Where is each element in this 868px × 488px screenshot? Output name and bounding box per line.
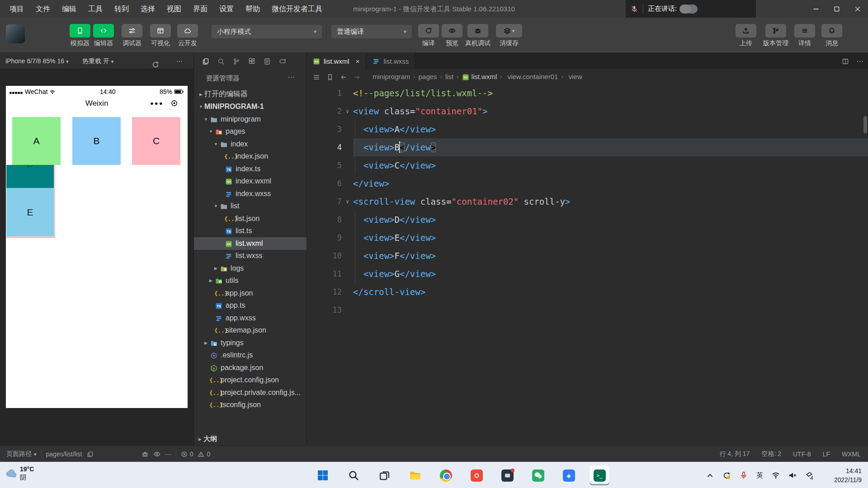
fold-icon[interactable]: ∨ xyxy=(342,192,353,211)
code-line-6[interactable]: 6</view> xyxy=(307,174,868,192)
language-mode[interactable]: WXML xyxy=(842,450,861,458)
maximize-button[interactable] xyxy=(826,0,847,18)
code-line-5[interactable]: 5 <view>C</view> xyxy=(307,156,868,174)
code-line-10[interactable]: 10 <view>F</view> xyxy=(307,247,868,265)
close-button[interactable] xyxy=(847,0,868,18)
taskbar-app-devtools[interactable]: >_ xyxy=(590,465,609,485)
tree-item-.eslintrc.js[interactable]: .eslintrc.js xyxy=(194,349,307,362)
code-line-12[interactable]: 12</scroll-view> xyxy=(307,283,868,301)
extensions-icon[interactable] xyxy=(248,57,255,65)
breadcrumb-list.wxml[interactable]: <>list.wxml xyxy=(462,72,497,80)
code-line-8[interactable]: 8 <view>D</view> xyxy=(307,211,868,229)
fold-icon[interactable]: ∨ xyxy=(342,102,353,120)
code-line-7[interactable]: 7∨<scroll-view class="container02" scrol… xyxy=(307,192,868,211)
menu-项目[interactable]: 项目 xyxy=(4,0,30,18)
forward-arrow-icon[interactable] xyxy=(354,72,361,80)
menu-选择[interactable]: 选择 xyxy=(135,0,161,18)
menu-工具[interactable]: 工具 xyxy=(82,0,108,18)
more-icon[interactable]: ●●● xyxy=(148,97,165,110)
code-line-4[interactable]: 4 <view>B</view> xyxy=(307,138,868,156)
tray-chevron-up-icon[interactable] xyxy=(706,471,714,479)
tree-item-list[interactable]: ▼list xyxy=(194,200,307,213)
code-line-13[interactable]: 13 xyxy=(307,301,868,319)
mode-select[interactable]: 小程序模式 ▾ xyxy=(212,25,322,38)
weather-widget[interactable]: 19°C 阴 xyxy=(5,465,34,481)
tray-wifi-icon[interactable] xyxy=(772,471,780,480)
toolbar-消息[interactable]: 消息 xyxy=(814,24,850,47)
tree-item-list.json[interactable]: {..}list.json xyxy=(194,212,307,225)
error-count[interactable]: 0 xyxy=(181,450,193,458)
tree-item-list.wxml[interactable]: <>list.wxml xyxy=(194,237,307,250)
user-avatar[interactable] xyxy=(6,24,25,43)
tree-item-MINIPROGRAM-1[interactable]: ▼MINIPROGRAM-1 xyxy=(194,101,307,113)
tree-item-pages[interactable]: ▼pages xyxy=(194,126,307,138)
tab-list.wxss[interactable]: list.wxss xyxy=(366,53,415,69)
code-line-9[interactable]: 9 <view>E</view> xyxy=(307,229,868,247)
tree-item-list.wxss[interactable]: list.wxss xyxy=(194,250,307,263)
tray-mic-icon[interactable] xyxy=(740,471,748,480)
menu-文件[interactable]: 文件 xyxy=(30,0,56,18)
code-line-3[interactable]: 3 <view>A</view> xyxy=(307,120,868,138)
tree-item-index.wxml[interactable]: <>index.wxml xyxy=(194,175,307,188)
close-icon[interactable]: × xyxy=(356,57,360,65)
taskbar-app-explorer[interactable] xyxy=(405,465,425,485)
bug-icon[interactable] xyxy=(142,450,149,458)
copy-icon[interactable] xyxy=(87,451,94,458)
split-editor-icon[interactable] xyxy=(842,57,849,65)
outline-section[interactable]: ▶ 大纲 xyxy=(194,433,307,445)
tree-item-打开的编辑器[interactable]: ▶打开的编辑器 xyxy=(194,88,307,101)
tray-sync-icon[interactable] xyxy=(722,471,731,479)
toolbar-云开发[interactable]: 云开发 xyxy=(170,24,206,47)
bookmark-icon[interactable] xyxy=(326,72,334,80)
taskbar-app-wechat[interactable] xyxy=(528,465,548,485)
taskbar-app-start[interactable] xyxy=(313,465,333,485)
taskbar-app-chrome[interactable] xyxy=(436,465,456,485)
code-line-1[interactable]: 1<!--pages/list/list.wxml--> xyxy=(307,84,868,102)
tree-item-index[interactable]: ▼index xyxy=(194,138,307,150)
breadcrumb-view.container01[interactable]: view.container01 xyxy=(505,73,558,80)
more-icon[interactable]: ⋯ xyxy=(288,73,295,81)
breadcrumb-list[interactable]: list xyxy=(445,73,453,80)
menu-帮助[interactable]: 帮助 xyxy=(240,0,266,18)
code-editor[interactable]: 1<!--pages/list/list.wxml-->2∨<view clas… xyxy=(307,84,868,446)
tree-item-package.json[interactable]: jspackage.json xyxy=(194,361,307,374)
code-line-2[interactable]: 2∨<view class="container01"> xyxy=(307,102,868,120)
capsule-menu[interactable]: ●●● xyxy=(148,97,183,110)
taskbar-app-app-blue[interactable]: ◈ xyxy=(559,465,579,485)
breadcrumb-miniprogram[interactable]: miniprogram xyxy=(373,73,410,80)
doc-icon[interactable] xyxy=(264,57,271,65)
files-icon[interactable] xyxy=(202,57,209,65)
breadcrumb-pages[interactable]: pages xyxy=(419,73,437,80)
hot-reload-toggle[interactable]: 热重载 开 ▾ xyxy=(82,53,113,70)
toolbar-清缓存[interactable]: ▾清缓存 xyxy=(491,24,527,47)
tree-item-app.ts[interactable]: TSapp.ts xyxy=(194,300,307,312)
compile-mode-select[interactable]: 普通编译 ▾ xyxy=(331,25,412,38)
menu-界面[interactable]: 界面 xyxy=(187,0,213,18)
tree-item-project.config.json[interactable]: {..}project.config.json xyxy=(194,374,307,387)
tree-item-project.private.config.js...[interactable]: {..}project.private.config.js... xyxy=(194,386,307,399)
search-icon[interactable] xyxy=(217,57,225,65)
tree-item-logs[interactable]: ▶logs xyxy=(194,262,307,275)
back-arrow-icon[interactable] xyxy=(340,72,347,80)
tree-item-index.wxss[interactable]: index.wxss xyxy=(194,188,307,200)
tree-item-list.ts[interactable]: TSlist.ts xyxy=(194,225,307,238)
tray-lang[interactable]: 英 xyxy=(756,471,763,480)
tab-list.wxml[interactable]: <>list.wxml× xyxy=(307,53,366,69)
tree-item-typings[interactable]: ▶TStypings xyxy=(194,337,307,349)
editor-scrollbar[interactable] xyxy=(863,116,867,133)
encoding[interactable]: UTF-8 xyxy=(793,450,811,458)
tree-item-sitemap.json[interactable]: {..}sitemap.json xyxy=(194,324,307,337)
taskbar-app-taskview[interactable] xyxy=(374,465,394,485)
menu-编辑[interactable]: 编辑 xyxy=(56,0,82,18)
taskbar-app-search[interactable] xyxy=(344,465,363,485)
code-line-11[interactable]: 11 <view>G</view> xyxy=(307,265,868,283)
toolbar-真机调试[interactable]: 真机调试 xyxy=(460,24,496,47)
tree-item-index.ts[interactable]: TSindex.ts xyxy=(194,163,307,175)
page-path-select[interactable]: 页面路径▾ xyxy=(6,450,37,458)
cursor-position[interactable]: 行 4, 列 17 xyxy=(719,450,750,458)
taskbar-app-app-red[interactable] xyxy=(467,465,486,485)
refresh-icon[interactable] xyxy=(152,56,159,72)
device-select[interactable]: iPhone 6/7/8 85% 16 ▾ xyxy=(5,53,68,70)
taskbar-clock[interactable]: 14:41 2022/11/9 xyxy=(834,466,862,485)
tree-item-app.wxss[interactable]: app.wxss xyxy=(194,312,307,324)
